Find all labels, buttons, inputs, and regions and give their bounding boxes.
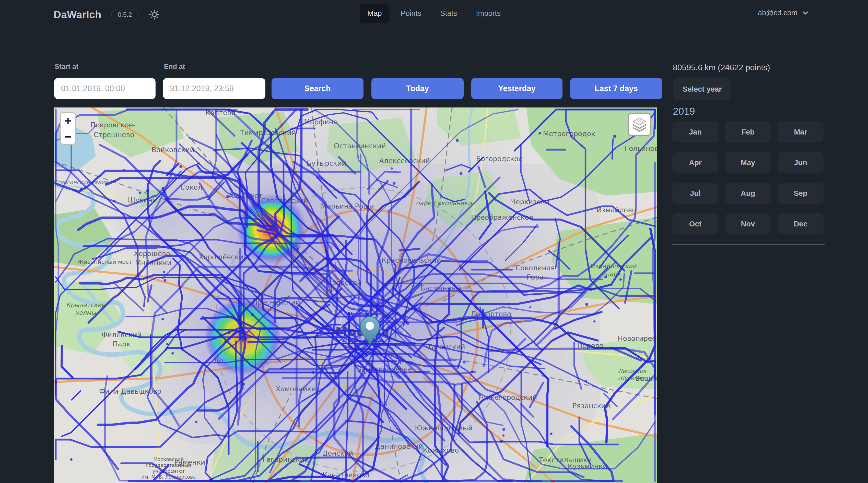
map-container[interactable]: КоптевоПокровское-СтрешневоТимирязевский…	[54, 107, 657, 483]
tab-stats[interactable]: Stats	[432, 4, 465, 23]
month-button-mar[interactable]: Mar	[778, 122, 824, 142]
month-button-dec[interactable]: Dec	[778, 214, 824, 234]
month-button-aug[interactable]: Aug	[725, 183, 771, 204]
end-at-label: End at	[164, 63, 185, 71]
zoom-in-button[interactable]: +	[61, 114, 75, 129]
tab-points[interactable]: Points	[393, 4, 429, 23]
month-button-sep[interactable]: Sep	[778, 183, 824, 204]
start-at-label: Start at	[55, 63, 79, 71]
svg-text:Новогиреево: Новогиреево	[618, 334, 657, 342]
zoom-out-button[interactable]: −	[61, 129, 75, 144]
search-button[interactable]: Search	[272, 78, 364, 99]
map-canvas: КоптевоПокровское-СтрешневоТимирязевский…	[54, 107, 657, 483]
select-year-button[interactable]: Select year	[673, 78, 731, 100]
year-heading: 2019	[673, 106, 695, 117]
distance-summary: 80595.6 km (24622 points)	[673, 63, 770, 72]
month-button-may[interactable]: May	[725, 152, 771, 173]
sun-icon	[149, 9, 160, 20]
svg-text:Живописный мост: Живописный мост	[78, 259, 132, 265]
month-button-feb[interactable]: Feb	[725, 122, 771, 142]
svg-text:Лесопарк: Лесопарк	[618, 368, 647, 374]
start-at-input[interactable]	[54, 78, 156, 99]
theme-toggle-button[interactable]	[148, 9, 160, 21]
month-button-jun[interactable]: Jun	[778, 152, 824, 173]
tab-map[interactable]: Map	[360, 4, 389, 23]
last-7-days-button[interactable]: Last 7 days	[570, 78, 662, 99]
end-at-input[interactable]	[163, 78, 266, 99]
month-button-nov[interactable]: Nov	[725, 214, 771, 234]
yesterday-button[interactable]: Yesterday	[471, 78, 562, 99]
svg-text:Гольяново: Гольяново	[625, 144, 657, 152]
app-logo[interactable]: DaWarIch	[54, 9, 101, 21]
map-svg: КоптевоПокровское-СтрешневоТимирязевский…	[54, 107, 657, 483]
navbar: DaWarIch 0.5.2 Map Points Stats Imports …	[0, 0, 868, 31]
tab-imports[interactable]: Imports	[468, 4, 508, 23]
svg-text:Покровское-: Покровское-	[90, 121, 136, 129]
svg-text:Крылатские: Крылатские	[66, 301, 105, 309]
user-email: ab@cd.com	[758, 9, 798, 17]
chevron-down-icon	[802, 9, 809, 17]
months-grid: Jan Feb Mar Apr May Jun Jul Aug Sep Oct …	[672, 122, 824, 234]
today-button[interactable]: Today	[371, 78, 464, 99]
brand: DaWarIch 0.5.2	[54, 9, 160, 21]
svg-text:холмы: холмы	[75, 309, 96, 316]
layers-icon	[631, 116, 648, 133]
version-badge: 0.5.2	[111, 9, 139, 21]
layers-control-button[interactable]	[628, 112, 651, 136]
month-button-oct[interactable]: Oct	[672, 214, 718, 234]
month-button-jan[interactable]: Jan	[672, 122, 718, 142]
panel-divider	[672, 245, 825, 245]
user-menu[interactable]: ab@cd.com	[758, 9, 809, 17]
month-button-apr[interactable]: Apr	[672, 152, 718, 173]
month-button-jul[interactable]: Jul	[672, 183, 718, 204]
map-zoom-control: + −	[60, 112, 76, 145]
main-nav: Map Points Stats Imports	[360, 4, 508, 23]
svg-text:Стрешнево: Стрешнево	[93, 131, 134, 139]
